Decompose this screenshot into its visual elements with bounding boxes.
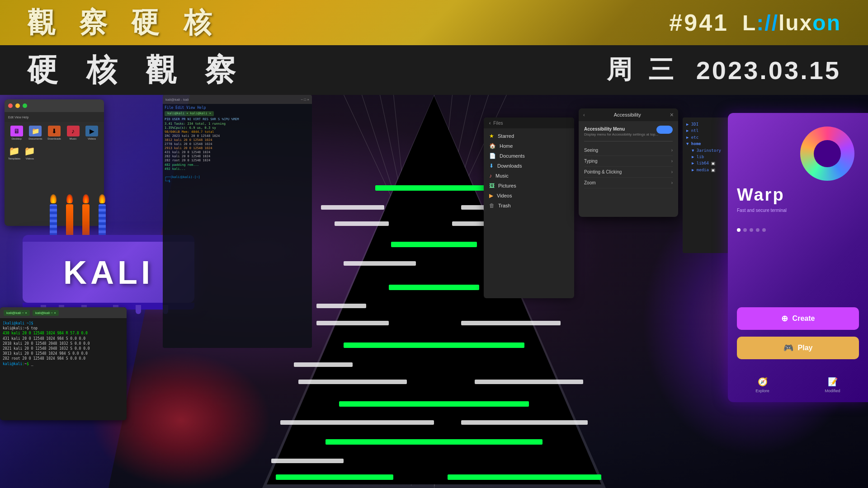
date: 2023.03.15: [696, 56, 841, 85]
warp-dot-2[interactable]: [743, 228, 747, 232]
kali-term-controls: − □ ×: [301, 98, 309, 102]
acc-menu-item-3[interactable]: Pointing & Clicking ›: [584, 167, 673, 178]
warp-swirl-gradient: [800, 127, 854, 181]
kali-prompt-1: ┌──(kali㉿kali)-[~]: [165, 175, 310, 179]
warp-swirl-center: [814, 140, 841, 167]
road-bar-21: [276, 474, 393, 480]
main-content: Edit View Help 🖥 Desktop 📁 Documents ⬇ D…: [0, 95, 868, 488]
modified-icon: 📝: [828, 377, 838, 387]
road-bar-14: [298, 380, 407, 384]
warp-nav-modified[interactable]: 📝 Modified: [825, 377, 840, 393]
acc-divider-1: [584, 141, 673, 141]
acc-item-2-label: Typing: [584, 159, 597, 164]
terminal-body: [kali@kali ~]$ kali@kali:~$ top 430 kali…: [0, 318, 127, 369]
file-manager-tabs: Edit View Help: [5, 112, 104, 122]
warp-dot-5[interactable]: [762, 228, 766, 232]
accessibility-titlebar: ‹ Accessibility ×: [579, 108, 678, 121]
road-bar-11: [461, 321, 561, 325]
file-browser-nav[interactable]: ‹: [489, 121, 491, 126]
warp-nav-modified-label: Modified: [825, 389, 840, 393]
fb-item-documents[interactable]: 📄 Documents: [484, 151, 574, 161]
kali-ps-6: 2778 kali 20 0 12548 1024: [165, 142, 310, 146]
date-section: 周 三 2023.03.15: [607, 53, 841, 87]
fb-item-home[interactable]: 🏠 Home: [484, 141, 574, 151]
file-browser-nav2: Files: [493, 121, 503, 126]
kali-sign-text: KALI: [63, 254, 154, 291]
fb-item-videos[interactable]: ▶ Videos: [484, 191, 574, 201]
candle-1: [50, 194, 57, 236]
candle-2: [66, 194, 73, 236]
road-bar-15: [475, 380, 583, 384]
accessibility-title: Accessibility: [614, 112, 641, 117]
warp-dot-4[interactable]: [756, 228, 760, 232]
road-bar-2: [321, 205, 384, 210]
fm-icon-downloads: ⬇ Downloads: [46, 126, 63, 140]
warp-card: Warp Fast and secure terminal ⊕ Create 🎮…: [728, 113, 868, 402]
acc-item-3-arrow: ›: [671, 169, 673, 174]
terminal-tab-2[interactable]: kali@kali ~ ×: [33, 310, 59, 316]
top-bar: 觀 察 硬 核 #941 L://luxon: [0, 0, 868, 45]
close-button-dot[interactable]: [8, 103, 13, 108]
term-line-9: kali@kali:~$ _: [3, 361, 124, 366]
candle-body-3: [82, 204, 90, 236]
kali-prompt-2: └─$: [165, 179, 310, 183]
fb-item-music[interactable]: ♪ Music: [484, 171, 574, 181]
warp-dots: [737, 228, 859, 232]
road-bar-20: [271, 459, 344, 463]
fb-item-pictures[interactable]: 🖼 Pictures: [484, 181, 574, 191]
file-browser-body: ★ Starred 🏠 Home 📄 Documents ⬇ Downloads…: [484, 128, 574, 213]
acc-item-4-arrow: ›: [671, 180, 673, 185]
warp-app-name: Warp: [737, 185, 859, 205]
fb-item-trash[interactable]: 🗑 Trash: [484, 201, 574, 211]
term-line-5: 2818 kali 20 0 12548 2048 1032 S 0.0 0.0: [3, 341, 124, 346]
terminal-tab-1[interactable]: kali@kali ~ ×: [4, 310, 30, 316]
fb-item-downloads[interactable]: ⬇ Downloads: [484, 161, 574, 171]
file-manager-icons: 🖥 Desktop 📁 Documents ⬇ Downloads ♪ Musi…: [5, 122, 104, 144]
fb-label-downloads: Downloads: [497, 163, 522, 169]
warp-nav-explore-label: Explore: [755, 389, 769, 393]
acc-menu-item-4[interactable]: Zoom ›: [584, 178, 673, 188]
drip-5: [136, 305, 141, 314]
flame-1: [50, 194, 57, 203]
road-bar-6: [391, 242, 477, 247]
kali-ps-8: 431 kali 20 0 12548 1024: [165, 150, 310, 155]
warp-create-button[interactable]: ⊕ Create: [737, 307, 859, 330]
kali-term-tab[interactable]: kali@kali × kali@kali ×: [165, 111, 214, 116]
fb-item-starred[interactable]: ★ Starred: [484, 131, 574, 141]
acc-menu-item-2[interactable]: Typing ›: [584, 156, 673, 167]
minimize-button-dot[interactable]: [15, 103, 20, 108]
road-bar-1: [375, 185, 493, 191]
acc-menu-seeing[interactable]: Seeing ›: [584, 145, 673, 156]
downloads-icon: ⬇: [489, 163, 494, 169]
file-manager-row2: 📁 Templates 📁 Videos: [5, 144, 104, 162]
accessibility-menu-section: Accessibility Menu Display menu for Acce…: [584, 127, 673, 136]
warp-dot-1[interactable]: [737, 228, 741, 232]
kali-cmd-1: 482 padding rem...: [165, 163, 310, 167]
warp-nav-explore[interactable]: 🧭 Explore: [755, 377, 769, 393]
accessibility-toggle[interactable]: [656, 126, 673, 134]
maximize-button-dot[interactable]: [23, 103, 27, 108]
trash-icon: 🗑: [489, 202, 495, 209]
acc-item-4-label: Zoom: [584, 180, 596, 185]
warp-play-button[interactable]: 🎮 Play: [737, 337, 859, 359]
kali-ps-5: 3812 kali 20 0 12548 1024: [165, 138, 310, 142]
episode-number: #941: [669, 9, 729, 36]
road-bar-16: [339, 401, 529, 407]
music-icon: ♪: [489, 173, 492, 179]
main-title: 觀 察 硬 核: [27, 4, 220, 42]
kali-ps-1: 3.41 Tasks: 234 total, 1 running: [165, 122, 310, 126]
acc-back-btn[interactable]: ‹: [583, 112, 585, 117]
term-line-6: 2821 kali 20 0 12548 2048 1032 S 0.0 0.0: [3, 346, 124, 351]
fm-icon-desktop-label: Desktop: [12, 137, 22, 140]
road-bar-22: [448, 474, 601, 480]
kali-ps-3: 98/04KiB Mem: 4044.7 total: [165, 130, 310, 134]
candle-3: [82, 194, 90, 236]
warp-dot-3[interactable]: [750, 228, 753, 232]
explore-icon: 🧭: [758, 377, 768, 387]
warp-play-icon: 🎮: [783, 343, 793, 353]
starred-icon: ★: [489, 133, 494, 139]
kali-ps-2: 1.35%Cpu(s): 6.9 us, 0.3 sy: [165, 126, 310, 130]
bottom-bar: 硬 核 觀 察 周 三 2023.03.15: [0, 45, 868, 95]
fm-icon-videos: ▶ Videos: [83, 126, 100, 140]
accessibility-close-button[interactable]: ×: [670, 111, 674, 118]
